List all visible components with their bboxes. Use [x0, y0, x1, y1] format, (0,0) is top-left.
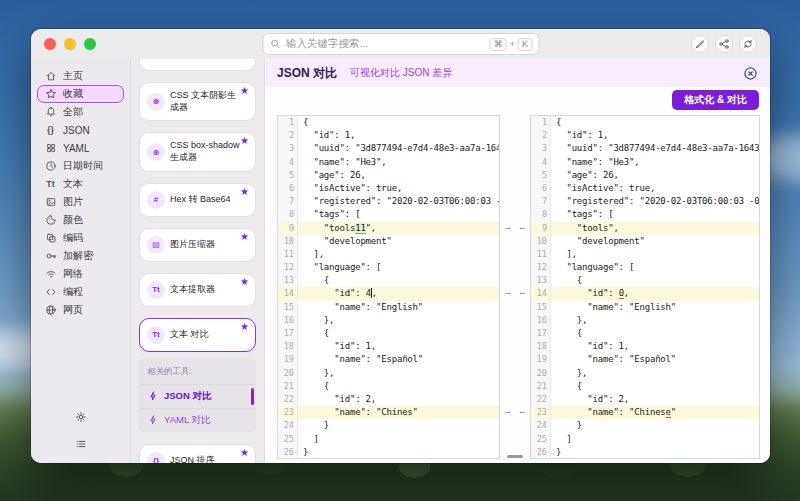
code-line-right-12: 12 "language": [	[531, 261, 759, 274]
sidebar-item-encode[interactable]: 编码	[37, 229, 124, 247]
line-number: 6	[531, 182, 551, 195]
crypto-icon	[44, 250, 57, 262]
code-line-right-2: 2 "id": 1,	[531, 129, 759, 142]
line-content: "name": "He3",	[298, 156, 499, 169]
page-title: JSON 对比	[277, 65, 337, 82]
sidebar-item-web[interactable]: 网页	[37, 301, 124, 319]
line-number: 5	[531, 169, 551, 182]
partial-tool-card[interactable]	[139, 59, 256, 71]
sidebar-item-label: 网络	[63, 267, 83, 281]
sidebar-item-color[interactable]: 颜色	[37, 211, 124, 229]
merge-left-arrow-icon[interactable]: ←	[518, 405, 527, 418]
line-content: {	[551, 327, 759, 340]
related-tool-label: YAML 对比	[164, 414, 210, 427]
sidebar-item-code[interactable]: 编程	[37, 283, 124, 301]
line-content: "name": "English"	[298, 301, 499, 314]
code-line-left-9: 9 "tools11",	[278, 222, 499, 235]
tool-card-5[interactable]: Tt文本 对比★	[139, 318, 256, 352]
encode-icon	[44, 232, 57, 244]
line-number: 13	[531, 274, 551, 287]
line-content: {	[298, 116, 499, 129]
desktop-background: 输入关键字搜索... ⌘ + K 主页收藏全部{}JSONYAML日期时间Tt文…	[0, 0, 800, 501]
horizontal-scrollbar-thumb[interactable]	[507, 455, 523, 458]
sidebar-item-datetime[interactable]: 日期时间	[37, 157, 124, 175]
sidebar-item-yaml[interactable]: YAML	[37, 139, 124, 157]
code-line-right-13: 13 {	[531, 274, 759, 287]
sidebar-item-network[interactable]: 网络	[37, 265, 124, 283]
line-number: 13	[278, 274, 298, 287]
code-line-left-8: 8 "tags": [	[278, 208, 499, 221]
share-button[interactable]	[715, 35, 733, 53]
favorite-star-icon[interactable]: ★	[240, 136, 249, 146]
gutter-row-19	[500, 352, 530, 365]
merge-left-arrow-icon[interactable]: ←	[518, 286, 527, 299]
line-content: "isActive": true,	[298, 182, 499, 195]
close-window-button[interactable]	[44, 38, 56, 50]
merge-right-arrow-icon[interactable]: →	[503, 405, 512, 418]
gutter-row-12	[500, 260, 530, 273]
format-compare-button[interactable]: 格式化 & 对比	[672, 90, 759, 110]
right-json-editor[interactable]: 1{2 "id": 1,3 "uuid": "3d877494-e7d4-48e…	[530, 115, 760, 459]
merge-right-arrow-icon[interactable]: →	[503, 286, 512, 299]
line-content: "isActive": true,	[551, 182, 759, 195]
gutter-row-7	[500, 194, 530, 207]
gutter-row-11	[500, 247, 530, 260]
theme-button[interactable]	[691, 35, 709, 53]
sidebar-item-star[interactable]: 收藏	[37, 85, 124, 103]
tool-card-2[interactable]: #Hex 转 Base64★	[139, 183, 256, 217]
tool-card-6[interactable]: {}JSON 排序★	[139, 444, 256, 463]
tool-card-label: 图片压缩器	[170, 239, 223, 251]
sidebar-item-all[interactable]: 全部	[37, 103, 124, 121]
favorite-star-icon[interactable]: ★	[240, 187, 249, 197]
sidebar-item-home[interactable]: 主页	[37, 67, 124, 85]
sidebar-item-image[interactable]: 图片	[37, 193, 124, 211]
line-number: 19	[531, 353, 551, 366]
code-line-right-9: 9 "tools",	[531, 222, 759, 235]
line-content: "id": 0,	[551, 287, 759, 300]
minimize-window-button[interactable]	[64, 38, 76, 50]
merge-right-arrow-icon[interactable]: →	[503, 221, 512, 234]
collapse-sidebar-icon[interactable]	[72, 435, 90, 453]
gutter-row-15	[500, 300, 530, 313]
line-content: "name": "Chinese"	[551, 406, 759, 419]
line-number: 10	[531, 235, 551, 248]
zoom-window-button[interactable]	[84, 38, 96, 50]
sync-button[interactable]	[739, 35, 757, 53]
cmd-key: ⌘	[490, 38, 507, 51]
favorite-star-icon[interactable]: ★	[240, 232, 249, 242]
settings-gear-icon[interactable]	[72, 408, 90, 426]
favorite-star-icon[interactable]: ★	[240, 86, 249, 96]
image-icon	[44, 196, 57, 208]
line-content: "id": 1,	[298, 340, 499, 353]
favorite-star-icon[interactable]: ★	[240, 322, 249, 332]
code-line-left-12: 12 "language": [	[278, 261, 499, 274]
code-line-right-1: 1{	[531, 116, 759, 129]
tool-icon: #	[147, 191, 165, 209]
tool-card-0[interactable]: ⊛CSS 文本阴影生成器★	[139, 82, 256, 121]
gutter-row-5	[500, 168, 530, 181]
favorite-star-icon[interactable]: ★	[240, 277, 249, 287]
line-content: ],	[298, 248, 499, 261]
line-number: 12	[278, 261, 298, 274]
tool-icon: {}	[147, 452, 165, 463]
sidebar-item-json[interactable]: {}JSON	[37, 121, 124, 139]
traffic-lights	[44, 38, 96, 50]
related-tool-0[interactable]: JSON 对比	[139, 384, 256, 408]
related-tools-box: 相关的工具:JSON 对比YAML 对比	[139, 359, 256, 432]
line-content: "id": 1,	[551, 129, 759, 142]
tool-card-3[interactable]: ▤图片压缩器★	[139, 228, 256, 262]
json-icon: {}	[44, 125, 57, 135]
close-tool-icon[interactable]	[743, 66, 758, 81]
merge-left-arrow-icon[interactable]: ←	[518, 221, 527, 234]
left-json-editor[interactable]: 1{2 "id": 1,3 "uuid": "3d877494-e7d4-48e…	[277, 115, 500, 459]
search-input[interactable]: 输入关键字搜索... ⌘ + K	[262, 33, 539, 55]
sidebar-item-text[interactable]: Tt文本	[37, 175, 124, 193]
tool-card-4[interactable]: Tt文本提取器★	[139, 273, 256, 307]
sidebar-item-crypto[interactable]: 加解密	[37, 247, 124, 265]
gutter-row-8	[500, 207, 530, 220]
line-number: 25	[531, 433, 551, 446]
favorite-star-icon[interactable]: ★	[240, 448, 249, 458]
related-tool-1[interactable]: YAML 对比	[139, 408, 256, 432]
tool-card-label: CSS box-shadow 生成器	[170, 140, 248, 163]
tool-card-1[interactable]: ⊛CSS box-shadow 生成器★	[139, 132, 256, 171]
